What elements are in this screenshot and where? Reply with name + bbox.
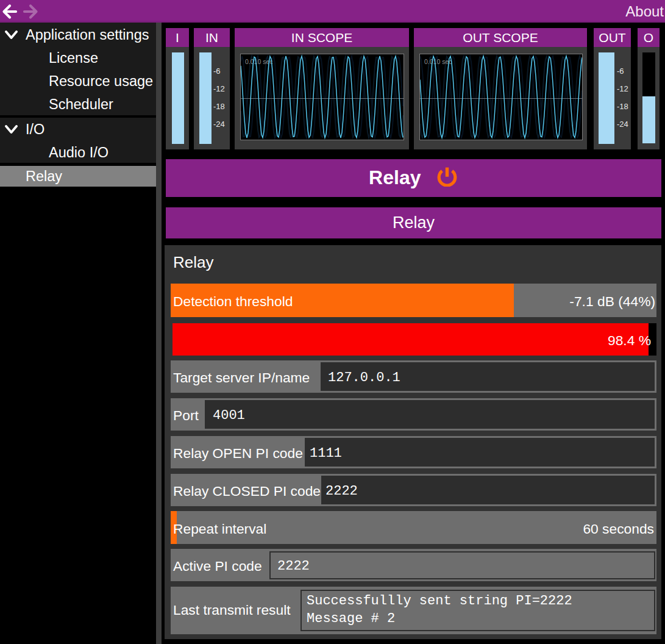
svg-text:0.010 sec: 0.010 sec: [424, 58, 452, 65]
